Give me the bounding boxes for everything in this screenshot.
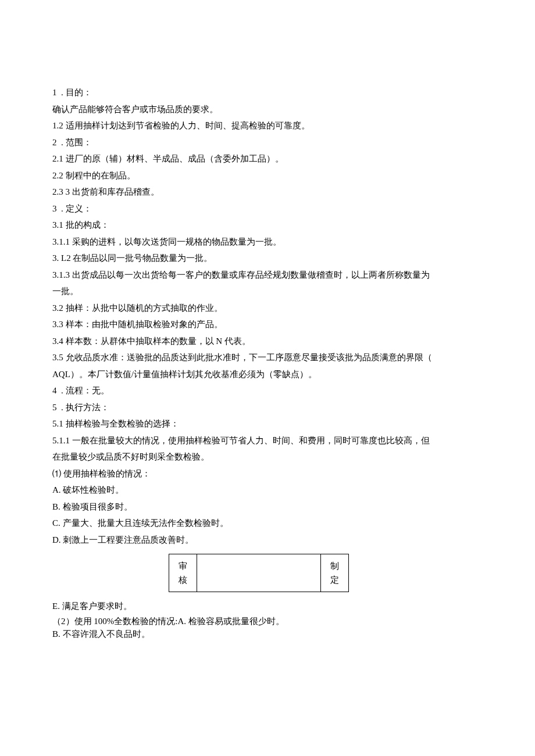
section-3-i5a: 3.5 允收品质水准：送验批的品质达到此批水准时，下一工序愿意尽量接受该批为品质… [52,349,483,366]
section-3-num: 3 [52,204,61,213]
section-3-i12: 3. L2 在制品以同一批号物品数量为一批。 [52,250,483,267]
section-5-c2B: B. 不容许混入不良品时。 [52,628,483,641]
document-page: 1. 目的： 确认产品能够符合客户或市场品质的要求。 1.2 适用抽样计划达到节… [0,0,535,756]
section-5-c1: ⑴ 使用抽样检验的情况： [52,465,483,482]
section-3-header: 3. 定义： [52,200,483,217]
section-3-i13b: 一批。 [52,283,483,300]
section-3-i3: 3.3 样本：由批中随机抽取检验对象的产品。 [52,316,483,333]
section-5-c2: （2）使用 100%全数检验的情况:A. 检验容易或批量很少时。 [52,615,483,628]
section-5-cC: C. 产量大、批量大且连续无法作全数检验时。 [52,515,483,532]
section-5-cA: A. 破坏性检验时。 [52,482,483,499]
section-2-header: 2. 范围： [52,134,483,151]
section-5-i1: 5.1 抽样检验与全数检验的选择： [52,415,483,432]
section-5-cD: D. 刺激上一工程要注意品质改善时。 [52,532,483,549]
section-4-num: 4 [52,386,61,395]
section-5-cE: E. 满足客户要求时。 [52,598,483,615]
section-2-title: . 范围： [61,138,92,147]
section-5-title: . 执行方法： [61,403,109,412]
section-2-i2: 2.2 制程中的在制品。 [52,167,483,184]
approval-make-label: 制 定 [321,554,349,592]
approval-audit-blank [197,554,321,592]
section-1-num: 1 [52,88,61,97]
section-3-i1: 3.1 批的构成： [52,217,483,234]
section-3-i5b: AQL）。本厂计数值/计量值抽样计划其允收基准必须为（零缺点）。 [52,366,483,383]
section-5-i11b: 在批量较少或品质不好时则采全数检验。 [52,449,483,465]
section-1-p2: 1.2 适用抽样计划达到节省检验的人力、时间、提高检验的可靠度。 [52,117,483,134]
section-3-title: . 定义： [61,204,92,213]
section-1-title: . 目的： [61,88,92,97]
section-2-num: 2 [52,138,61,147]
section-5-cB: B. 检验项目很多时。 [52,499,483,515]
section-3-i11: 3.1.1 采购的进料，以每次送货同一规格的物品数量为一批。 [52,234,483,250]
section-1-p1: 确认产品能够符合客户或市场品质的要求。 [52,101,483,118]
section-3-i4: 3.4 样本数：从群体中抽取样本的数量，以 N 代表。 [52,333,483,350]
section-2-i1: 2.1 进厂的原（辅）材料、半成品、成品（含委外加工品）。 [52,151,483,167]
approval-table: 审 核 制 定 [169,554,349,592]
section-5-header: 5. 执行方法： [52,399,483,416]
section-4-title: . 流程：无。 [61,386,109,395]
section-1-header: 1. 目的： [52,84,483,101]
section-2-i3: 2.3 3 出货前和库存品稽查。 [52,184,483,200]
section-3-i2: 3.2 抽样：从批中以随机的方式抽取的作业。 [52,300,483,317]
section-4-header: 4. 流程：无。 [52,382,483,399]
approval-audit-label: 审 核 [169,554,197,592]
section-5-num: 5 [52,403,61,412]
section-5-i11a: 5.1.1 一般在批量较大的情况，使用抽样检验可节省人力、时间、和费用，同时可靠… [52,432,483,449]
section-3-i13a: 3.1.3 出货成品以每一次出货给每一客户的数量或库存品经规划数量做稽查时，以上… [52,267,483,284]
